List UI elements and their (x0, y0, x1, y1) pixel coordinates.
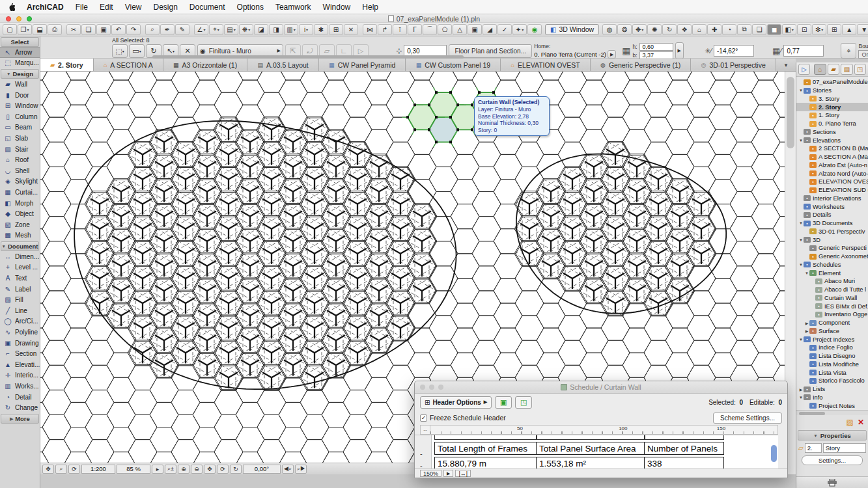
tree-item-alzato-nord-auto-[interactable]: ▪Alzato Nord (Auto- (796, 169, 868, 178)
cut-icon[interactable]: ✂ (66, 24, 81, 35)
tree-item-project-notes[interactable]: ▪Project Notes (796, 401, 868, 410)
camera-icon[interactable]: ◍ (602, 24, 617, 35)
tree-item-inventario-ogge[interactable]: ▪Inventario Ogge (796, 310, 868, 319)
surface-paint-icon[interactable]: ▲ (842, 24, 856, 35)
tool-slab[interactable]: ◱Slab (0, 133, 40, 144)
tree-item-stories[interactable]: ▼▪Stories (796, 87, 868, 95)
home-story-stepper[interactable]: ▶ (608, 50, 616, 59)
settings-button[interactable]: Settings... (802, 455, 863, 465)
zoom-in-icon[interactable]: ⊕ (178, 465, 189, 474)
tree-item-interior-elevations[interactable]: ▪Interior Elevations (796, 195, 868, 203)
tool-detail[interactable]: ◔Detail (0, 392, 40, 403)
tree-item-curtain-wall[interactable]: ▪Curtain Wall (796, 294, 868, 303)
tool-curtai[interactable]: ▦Curtai... (0, 187, 40, 198)
virtual-trace-icon[interactable]: ◨ (269, 24, 283, 35)
tree-item-schedules[interactable]: ▼▪Schedules (796, 261, 868, 269)
closed-arrow-icon[interactable]: ▶ (804, 321, 809, 325)
walk-icon[interactable]: ✚ (707, 24, 721, 35)
split-icon[interactable]: ↱ (378, 24, 392, 35)
previous-zoom-icon[interactable]: ◀⌕ (282, 465, 294, 474)
tool-interio[interactable]: ✛Interio... (0, 370, 40, 381)
b-field[interactable]: 3,37 (639, 51, 673, 59)
tool-change[interactable]: ↻Change (0, 402, 40, 413)
pan-icon[interactable]: ✥ (204, 465, 216, 474)
toolbox-header-more[interactable]: ▶More (1, 414, 39, 424)
tree-item-details[interactable]: ▪Details (796, 211, 868, 219)
next-zoom-icon[interactable]: ⌕▶ (295, 465, 307, 474)
paste-icon[interactable]: ▣ (96, 24, 111, 35)
tab-generic-perspective-1-[interactable]: ◍Generic Perspective (1) (591, 59, 691, 71)
schedule-zoom-icon[interactable] (438, 385, 443, 390)
tool-wall[interactable]: ▰Wall (0, 79, 40, 90)
snap-grid-icon[interactable]: ❋▾ (239, 24, 253, 35)
copy-view-icon[interactable]: ⧉ (737, 24, 751, 35)
schedule-zoom-box[interactable]: 150% (420, 470, 441, 477)
open-arrow-icon[interactable]: ▼ (798, 88, 804, 92)
tool-drawing[interactable]: ▣Drawing (0, 338, 40, 349)
properties-header[interactable]: ▼ Properties (798, 430, 867, 441)
marquee-settings-icon[interactable]: ⬚▾ (112, 44, 128, 58)
save-icon[interactable]: ⬓ (33, 24, 47, 35)
tool-marqu[interactable]: ⬚Marqu... (0, 58, 40, 69)
tree-item-sections[interactable]: ▪Sections (796, 128, 868, 137)
open-arrow-icon[interactable]: ▼ (798, 396, 804, 400)
schedule-window[interactable]: Schedule / Curtain Wall ⊞ Header Options… (414, 381, 788, 478)
tree-item-elevation-sud-[interactable]: ▪ELEVATION SUD ( (796, 186, 868, 195)
intersect-icon[interactable]: Γ (408, 24, 422, 35)
layers-icon[interactable]: ▤▾ (224, 24, 238, 35)
element-info-icon[interactable]: i▾ (299, 24, 313, 35)
refresh-icon[interactable]: ⟳ (68, 465, 80, 474)
hb-stepper[interactable]: ▶ (675, 42, 684, 59)
rotation-angle-box[interactable]: 0,00° (243, 465, 281, 474)
closed-arrow-icon[interactable]: ▶ (804, 329, 809, 333)
menu-item-document[interactable]: Document (189, 3, 225, 12)
tree-item-project-indexes[interactable]: ▼▪Project Indexes (796, 335, 868, 344)
navigator-horizontal-scrollbar[interactable] (796, 410, 868, 415)
fly-icon[interactable]: ◔ (722, 24, 736, 35)
print-icon[interactable]: ⎙ (48, 24, 62, 35)
drawing-order-icon[interactable]: ▭▾ (129, 44, 145, 58)
project-map-icon[interactable]: ⌂ (814, 64, 826, 75)
tree-item-3d-01-perspectiv[interactable]: ▪3D-01 Perspectiv (796, 228, 868, 236)
tree-item-ies-bimx-di-def-[interactable]: ▪IES BIMx di Def. (796, 302, 868, 310)
h-field[interactable]: 0,60 (639, 43, 673, 51)
zoom-percent-box[interactable]: 85 % (117, 465, 150, 474)
schedule-data-cell[interactable]: 15.880,79 m (434, 457, 537, 468)
favorites-icon[interactable]: ▥▾ (284, 24, 298, 35)
expand-icon[interactable]: ▸ (152, 465, 163, 474)
menu-item-window[interactable]: Window (323, 3, 351, 12)
tree-item-1-story[interactable]: ▪1. Story (796, 111, 868, 120)
undo-icon[interactable]: ↶ (111, 24, 126, 35)
tab-elevation-ovest[interactable]: ⌂ELEVATION OVEST (501, 59, 591, 71)
tree-item-elevations[interactable]: ▼▪Elevations (796, 136, 868, 144)
tool-line[interactable]: ╱Line (0, 305, 40, 316)
snap-guides-icon[interactable]: ⌖▾ (209, 24, 223, 35)
menu-item-design[interactable]: Design (154, 3, 178, 12)
tool-section[interactable]: ⌐Section (0, 348, 40, 359)
schedule-header-cell[interactable]: Number of Panels (645, 442, 724, 455)
delete-icon[interactable]: ✕ (344, 24, 358, 35)
closed-arrow-icon[interactable]: ▶ (798, 387, 804, 392)
project-chooser-icon[interactable]: ▷ (798, 64, 810, 75)
tree-item-storico-fascicolo[interactable]: ▪Storico Fascicolo (796, 377, 868, 385)
tab-cw-custom-panel-19[interactable]: ▦CW Custom Panel 19 (406, 59, 501, 71)
fit-width-icon[interactable]: |↔| (455, 470, 471, 477)
tool-text[interactable]: AText (0, 273, 40, 284)
menu-item-help[interactable]: Help (362, 3, 378, 12)
tool-roof[interactable]: ⌂Roof (0, 154, 40, 165)
tree-item-3-story[interactable]: ▪3. Story (796, 95, 868, 103)
tab-2-story[interactable]: ▰2. Story (40, 59, 94, 71)
schedule-grid-icon[interactable]: ⊞ (329, 24, 343, 35)
tool-skylight[interactable]: ◈Skylight (0, 176, 40, 187)
tool-polyline[interactable]: ∿Polyline (0, 327, 40, 338)
schedule-header-cell[interactable]: Total Panel Surface Area (537, 442, 645, 455)
select-panel-icon[interactable]: ▣ (495, 396, 512, 409)
tree-item-info[interactable]: ▼▪Info (796, 394, 868, 402)
tool-column[interactable]: ▯Column (0, 111, 40, 122)
look-to-icon[interactable]: ❖ (677, 24, 692, 35)
open-arrow-icon[interactable]: ▼ (804, 271, 809, 275)
open-arrow-icon[interactable]: ▼ (798, 139, 804, 142)
tab-a-section-a[interactable]: ⌂A SECTION A (94, 59, 163, 71)
orbit-icon[interactable]: ⟳ (217, 465, 229, 474)
tree-item-worksheets[interactable]: ▪Worksheets (796, 202, 868, 211)
